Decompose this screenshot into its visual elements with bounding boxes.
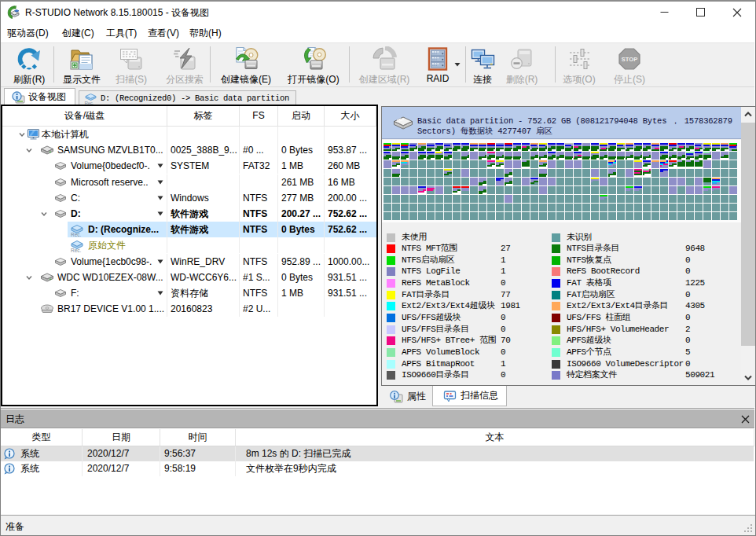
menu-item-1[interactable]: 驱动器(D) <box>7 26 49 40</box>
grid-line <box>324 127 325 142</box>
tree-expander-icon[interactable] <box>39 209 49 218</box>
tree-expander-icon[interactable] <box>24 145 34 155</box>
tree-node-label: D: <box>71 206 165 222</box>
toolbar-button-createimg[interactable]: 创建镜像(E) <box>216 45 276 86</box>
tree-cell: 20160823 <box>171 301 238 317</box>
tree-column-header-4[interactable]: 启动 <box>278 106 325 126</box>
tree-cell: SYSTEM <box>171 158 238 174</box>
tree-column-header-1[interactable]: 设备/磁盘 <box>2 106 167 126</box>
tree-row[interactable]: 本地计算机 <box>2 127 376 142</box>
part-icon <box>53 287 68 299</box>
grid-line <box>239 270 240 285</box>
tree-row[interactable]: SAMSUNG MZVLB1T0...0025_388B_9...#0 ...0… <box>2 142 376 158</box>
grid-line <box>167 301 167 317</box>
legend-item: NTFS启动扇区1 <box>387 255 552 266</box>
log-column-header-2[interactable]: 日期 <box>83 429 160 446</box>
legend-count: 0 <box>501 347 505 358</box>
app-window: R-STUDIO Network 8.15.180015 - 设备视图 驱动器(… <box>0 0 756 536</box>
tree-cell: Windows <box>171 190 238 206</box>
createimg-icon <box>233 46 259 72</box>
mount-combo-arrow-icon[interactable] <box>157 180 163 185</box>
toolbar-label: 停止(S) <box>600 73 659 86</box>
menu-item-5[interactable]: 帮助(H) <box>189 26 222 40</box>
tree-cell: NTFS <box>243 285 277 301</box>
legend-swatch <box>552 325 560 334</box>
mount-combo-arrow-icon[interactable] <box>157 163 163 168</box>
tree-row[interactable]: 原始文件 <box>2 237 376 253</box>
tree-column-header-2[interactable]: 标签 <box>167 106 240 126</box>
menu-item-4[interactable]: 查看(V) <box>148 26 179 40</box>
legend-item: FAT 表格项1225 <box>552 278 740 289</box>
bottom-tab-scan-information[interactable]: 扫描信息 <box>432 386 507 406</box>
scroll-down-button[interactable] <box>741 369 755 385</box>
legend-label: FAT 表格项 <box>567 278 611 288</box>
maximize-button[interactable] <box>683 2 718 23</box>
tree-cell: 软件游戏 <box>171 222 238 237</box>
log-column-header-3[interactable]: 时间 <box>160 429 236 446</box>
scan-block-grid[interactable] <box>382 140 741 222</box>
info-scrollbar[interactable] <box>741 107 755 385</box>
grid-line <box>324 285 325 301</box>
menu-bar: 驱动器(D)创建(C)工具(T)查看(V)帮助(H) <box>1 23 754 42</box>
bottom-tab-properties[interactable]: 属性 <box>383 387 432 406</box>
legend-swatch <box>552 267 560 276</box>
minimize-icon <box>660 8 669 17</box>
tree-cell: 261 MB <box>281 174 323 190</box>
log-row[interactable]: 系统2020/12/79:56:378m 12s 的 D: 扫描已完成 <box>1 446 754 461</box>
legend-item: NTFS恢复点0 <box>552 255 740 266</box>
mount-combo-arrow-icon[interactable] <box>157 291 163 296</box>
grid-line <box>239 206 240 222</box>
tree-row[interactable]: D:软件游戏NTFS200.27 ...752.62 ... <box>2 206 376 222</box>
scan-info-panel: Basic data partition - 752.62 GB (808121… <box>381 106 756 386</box>
log-close-button[interactable] <box>739 413 750 424</box>
tree-row[interactable]: F:资料存储NTFS1 MB931.51 ... <box>2 285 376 301</box>
main-area: 设备/磁盘标签FS启动大小 本地计算机SAMSUNG MZVLB1T0...00… <box>1 105 754 408</box>
mount-combo-arrow-icon[interactable] <box>157 196 163 200</box>
menu-item-2[interactable]: 创建(C) <box>62 26 94 40</box>
resize-grip[interactable] <box>743 523 754 534</box>
tab-device-view[interactable]: 设备视图 <box>4 88 75 105</box>
tree-column-header-5[interactable]: 大小 <box>325 106 376 126</box>
legend-swatch <box>552 314 560 322</box>
close-button[interactable] <box>719 2 754 23</box>
menu-item-3[interactable]: 工具(T) <box>106 26 137 40</box>
tree-row[interactable]: BR17 DEVICE V1.00 1....20160823#2 U... <box>2 301 376 317</box>
tree-cell: WD-WCC6Y6... <box>171 270 238 285</box>
log-row[interactable]: 系统2020/12/79:58:19文件枚举在9秒内完成 <box>1 461 754 476</box>
log-cell: 系统 <box>20 461 39 476</box>
tree-row[interactable]: D: (Recognize...软件游戏NTFS0 Bytes752.62 ..… <box>2 222 376 237</box>
legend-count: 0 <box>685 313 690 323</box>
log-column-header-4[interactable]: 文本 <box>236 429 754 446</box>
tree-row[interactable]: C:WindowsNTFS277 MB200.00 ... <box>2 190 376 206</box>
legend-label: Ext2/Ext3/Ext4超级块 <box>402 301 495 311</box>
tree-row[interactable]: Volume{0bedecf0-.SYSTEMFAT321 MB260 MB <box>2 158 376 174</box>
tree-node-label: Volume{0bedecf0-. <box>71 158 165 174</box>
scroll-thumb[interactable] <box>741 123 755 346</box>
mount-combo-arrow-icon[interactable] <box>157 259 163 264</box>
tree-column-header-3[interactable]: FS <box>240 106 278 126</box>
tree-expander-icon[interactable] <box>24 273 34 282</box>
log-column-header-1[interactable]: 类型 <box>1 429 83 446</box>
tree-node-label: 原始文件 <box>88 237 165 253</box>
legend-swatch <box>387 302 395 310</box>
toolbar-button-refresh[interactable]: 刷新(R) <box>0 45 59 86</box>
grid-line <box>277 158 278 174</box>
tree-node-label: WDC WD10EZEX-08W... <box>57 270 165 285</box>
grid-line <box>239 142 240 158</box>
legend-count: 0 <box>501 278 505 288</box>
tree-expander-icon[interactable] <box>17 130 27 139</box>
tab-recognized-partition[interactable]: D: (Recognized0) -> Basic data partition <box>79 90 296 105</box>
tree-cell <box>281 127 323 142</box>
legend-label: UFS/FFS超级块 <box>402 313 461 323</box>
tree-row[interactable]: Microsoft reserve..261 MB16 MB <box>2 174 376 190</box>
scroll-up-button[interactable] <box>741 107 755 123</box>
minimize-button[interactable] <box>647 2 682 23</box>
tree-row[interactable]: WDC WD10EZEX-08W...WD-WCC6Y6...#1 S...0 … <box>2 270 376 285</box>
scaninfo-icon <box>443 390 457 402</box>
toolbar-label: 刷新(R) <box>0 73 59 86</box>
tree-cell: WinRE_DRV <box>171 254 238 270</box>
toolbar-button-openimg[interactable]: 打开镜像(O) <box>284 45 343 86</box>
tree-cell <box>328 127 375 142</box>
mount-combo-arrow-icon[interactable] <box>157 211 163 216</box>
tree-row[interactable]: Volume{1ecb0c98-.WinRE_DRVNTFS952.89 ...… <box>2 254 376 270</box>
